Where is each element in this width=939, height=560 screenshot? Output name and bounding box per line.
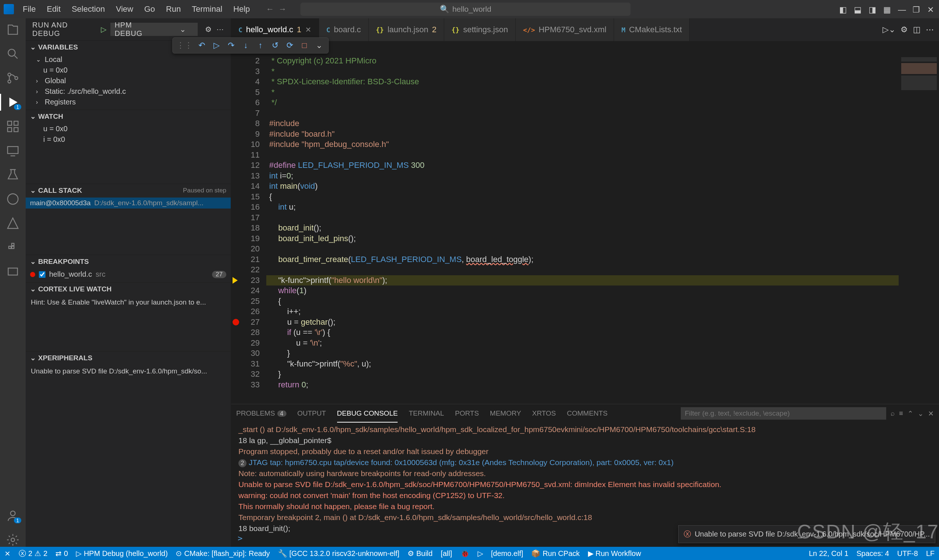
remote-explorer-icon[interactable] [6, 144, 20, 158]
livewatch-section[interactable]: ⌄CORTEX LIVE WATCH [26, 283, 231, 295]
settings-gear-icon[interactable] [6, 533, 20, 547]
panel-tab-debug-console[interactable]: DEBUG CONSOLE [337, 409, 398, 417]
live-share-icon[interactable] [6, 265, 20, 278]
code-line-24[interactable]: while(1) [266, 286, 899, 296]
code-line-8[interactable]: #include [266, 118, 899, 129]
gear-icon[interactable]: ⚙ [205, 25, 212, 34]
reverse-continue-icon[interactable]: ↶ [195, 39, 209, 52]
code-line-21[interactable]: board_timer_create(LED_FLASH_PERIOD_IN_M… [266, 254, 899, 265]
gear-icon[interactable]: ⚙ [900, 25, 908, 34]
layout-panel-icon[interactable]: ⬓ [854, 5, 862, 13]
code-line-19[interactable]: board_init_led_pins(); [266, 234, 899, 244]
debug-console-output[interactable]: _start () at D:/sdk_env-1.6.0/hpm_sdk/sa… [231, 423, 939, 534]
callstack-frame-main[interactable]: main@0x80005d3a D:/sdk_env-1.6.0/hpm_sdk… [26, 197, 231, 209]
close-tab-icon[interactable]: ✕ [305, 25, 311, 34]
menu-run[interactable]: Run [164, 3, 183, 15]
xperipherals-section[interactable]: ⌄XPERIPHERALS [26, 351, 231, 364]
split-editor-icon[interactable]: ◫ [913, 25, 920, 34]
layout-sidebar-left-icon[interactable]: ◧ [839, 5, 847, 13]
maximize-panel-icon[interactable]: ⌄ [918, 409, 924, 418]
window-maximize-icon[interactable]: ❐ [913, 5, 920, 13]
code-line-5[interactable]: * [266, 87, 899, 98]
code-line-10[interactable]: #include "hpm_debug_console.h" [266, 139, 899, 150]
debug-config-select[interactable]: HPM Debug ⌄ [110, 23, 198, 36]
search-icon[interactable] [6, 47, 20, 61]
panel-tab-comments[interactable]: COMMENTS [567, 409, 608, 417]
eol[interactable]: LF [926, 549, 934, 558]
panel-tab-problems[interactable]: PROBLEMS4 [236, 409, 287, 417]
console-filter-input[interactable] [681, 407, 886, 420]
launch-icon[interactable]: ▷ [478, 549, 483, 558]
code-line-11[interactable] [266, 150, 899, 160]
tab-CMakeLists-txt[interactable]: MCMakeLists.txt [614, 18, 689, 41]
code-line-13[interactable]: int i=0; [266, 171, 899, 182]
minimap[interactable] [899, 56, 939, 404]
layout-customize-icon[interactable]: ▦ [883, 5, 891, 13]
code-line-18[interactable]: board_init(); [266, 223, 899, 234]
problems-indicator[interactable]: ⓧ 2 ⚠ 2 [19, 549, 47, 558]
github-icon[interactable] [6, 192, 20, 206]
code-line-26[interactable]: i++; [266, 306, 899, 317]
code-line-9[interactable]: #include "board.h" [266, 129, 899, 140]
code-line-30[interactable]: } [266, 348, 899, 359]
code-line-27[interactable]: u = getchar(); [266, 317, 899, 328]
code-line-32[interactable]: } [266, 369, 899, 380]
panel-tab-xrtos[interactable]: XRTOS [532, 409, 556, 417]
watch-u[interactable]: u = 0x0 [26, 123, 231, 134]
editor-body[interactable]: 2345678910111213141516171819202122232425… [231, 56, 939, 404]
command-center[interactable]: 🔍 hello_world [301, 3, 631, 16]
menu-terminal[interactable]: Terminal [190, 3, 225, 15]
code-line-4[interactable]: * SPDX-License-Identifier: BSD-3-Clause [266, 77, 899, 87]
debug-launch-icon[interactable]: 🐞 [460, 549, 470, 558]
step-into-icon[interactable]: ↓ [239, 39, 253, 52]
nav-back-icon[interactable]: ← [266, 5, 274, 14]
code-line-31[interactable]: "k-func">printf("%c", u); [266, 359, 899, 369]
continue-icon[interactable]: ▷ [210, 39, 224, 52]
cmake-kit[interactable]: 🔧 [GCC 13.2.0 riscv32-unknown-elf] [278, 549, 399, 558]
cpack-button[interactable]: 📦 Run CPack [531, 549, 580, 558]
callstack-section[interactable]: ⌄CALL STACKPaused on step [26, 184, 231, 197]
code-line-29[interactable]: u = '\n'; [266, 338, 899, 349]
cmake-status[interactable]: ⊙ CMake: [flash_xip]: Ready [176, 549, 270, 558]
watch-i[interactable]: i = 0x0 [26, 134, 231, 145]
step-back-icon[interactable]: ↺ [268, 39, 282, 52]
code-line-12[interactable]: #define LED_FLASH_PERIOD_IN_MS 300 [266, 160, 899, 171]
scope-registers[interactable]: ›Registers [26, 97, 231, 108]
breakpoint-glyph-icon[interactable] [233, 319, 239, 325]
cursor-position[interactable]: Ln 22, Col 1 [809, 549, 848, 558]
code-line-16[interactable]: int u; [266, 202, 899, 212]
code-line-2[interactable]: * Copyright (c) 2021 HPMicro [266, 56, 899, 66]
drag-handle-icon[interactable]: ⋮⋮ [175, 41, 194, 50]
scope-local[interactable]: ⌄Local [26, 54, 231, 65]
code-line-20[interactable] [266, 244, 899, 254]
code-line-33[interactable]: return 0; [266, 380, 899, 390]
breakpoint-row[interactable]: hello_world.c src 27 [26, 269, 231, 280]
code-line-23[interactable]: "k-func">printf("hello world\n"); [266, 275, 899, 286]
tab-launch-json[interactable]: {}launch.json2 [369, 18, 444, 41]
code-line-3[interactable]: * [266, 66, 899, 77]
filter-icon[interactable]: ⌕ [891, 409, 894, 417]
code-line-7[interactable] [266, 108, 899, 119]
remote-indicator[interactable]: ⨯ [5, 549, 11, 558]
extensions-icon[interactable] [6, 120, 20, 134]
more-icon[interactable]: ⋯ [216, 25, 224, 34]
watch-section[interactable]: ⌄WATCH [26, 110, 231, 123]
code-line-28[interactable]: if (u == '\r') { [266, 327, 899, 338]
menu-view[interactable]: View [114, 3, 135, 15]
menu-edit[interactable]: Edit [45, 3, 63, 15]
tab-settings-json[interactable]: {}settings.json [444, 18, 516, 41]
stop-icon[interactable]: □ [298, 39, 311, 52]
clear-icon[interactable]: ⌃ [907, 409, 913, 418]
code-line-6[interactable]: */ [266, 97, 899, 108]
layout-sidebar-right-icon[interactable]: ◨ [868, 5, 877, 13]
close-panel-icon[interactable]: ✕ [928, 409, 934, 418]
ports-indicator[interactable]: ⇄ 0 [56, 549, 68, 558]
start-debug-icon[interactable]: ▷ [101, 25, 107, 34]
collapse-icon[interactable]: ≡ [899, 409, 903, 417]
launch-target[interactable]: [demo.elf] [491, 549, 523, 558]
explorer-icon[interactable] [6, 23, 20, 37]
step-out-icon[interactable]: ↑ [253, 39, 267, 52]
run-debug-icon[interactable]: 1 [6, 95, 20, 109]
encoding[interactable]: UTF-8 [897, 549, 918, 558]
cmake-icon[interactable] [6, 216, 20, 230]
